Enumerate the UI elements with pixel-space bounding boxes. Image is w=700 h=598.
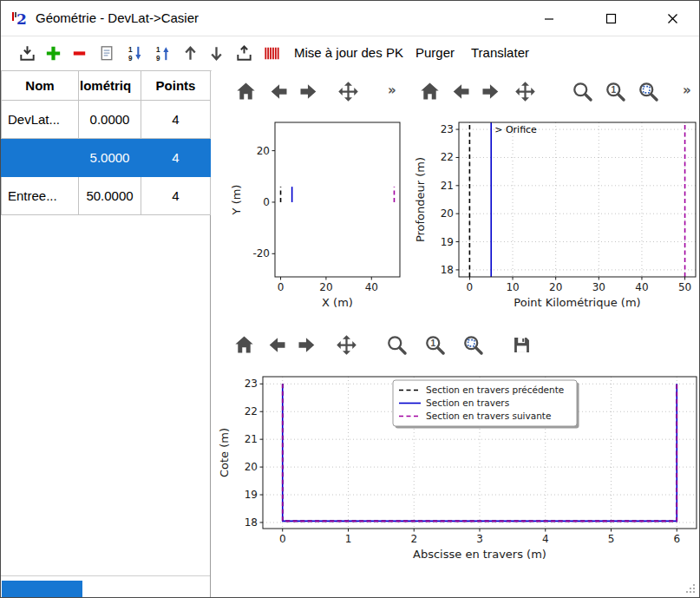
copy-button[interactable]	[95, 40, 119, 66]
svg-text:1: 1	[611, 85, 616, 95]
svg-text:9: 9	[155, 54, 160, 62]
profile-toolbar-overflow-button[interactable]: »	[683, 82, 691, 98]
export-button[interactable]	[232, 40, 256, 66]
sort-ascending-icon: 1 9	[153, 43, 173, 63]
arrow-down-icon	[206, 43, 226, 63]
svg-text:40: 40	[635, 281, 648, 293]
plan-view-plot[interactable]: 02040-20020X (m)Y (m)	[218, 112, 404, 320]
sort-ascending-button[interactable]: 1 9	[150, 40, 174, 66]
column-header-kilometrique[interactable]: lométriq	[79, 71, 141, 101]
magnifier-icon	[571, 80, 594, 103]
table-bottom-separator	[1, 575, 210, 576]
back-arrow-icon	[267, 80, 291, 103]
svg-text:2: 2	[16, 10, 27, 28]
column-header-nom[interactable]: Nom	[2, 71, 79, 101]
maximize-icon	[605, 13, 617, 24]
geometry-list-panel: Nom lométriq Points DevLat... 0.0000 4 5…	[1, 70, 211, 598]
section-back-button[interactable]	[261, 329, 292, 360]
cell-nom[interactable]: Entree...	[2, 177, 79, 215]
minimize-button[interactable]	[529, 1, 569, 36]
close-button[interactable]	[652, 1, 692, 36]
profile-zoom-button[interactable]	[566, 76, 598, 107]
delete-button[interactable]	[67, 40, 91, 66]
back-arrow-icon	[265, 333, 289, 357]
cell-pk[interactable]: 5.0000	[79, 139, 141, 177]
cell-points[interactable]: 4	[141, 139, 211, 177]
document-icon	[97, 43, 117, 63]
profile-zoom-region-button[interactable]	[632, 76, 664, 107]
move-up-button[interactable]	[178, 40, 202, 66]
svg-text:> Orifice: > Orifice	[494, 124, 537, 135]
svg-text:0: 0	[278, 281, 285, 293]
section-zoom-region-button[interactable]	[457, 329, 488, 360]
cell-pk[interactable]: 0.0000	[79, 101, 141, 139]
forward-arrow-icon	[479, 80, 502, 103]
magnifier-one-icon: 1	[604, 80, 627, 103]
cell-points[interactable]: 4	[141, 177, 211, 215]
plus-icon	[43, 43, 63, 63]
section-home-button[interactable]	[228, 329, 259, 360]
svg-text:1: 1	[128, 45, 132, 53]
update-pk-button[interactable]: Mise à jour des PK	[287, 36, 410, 69]
section-zoom-one-button[interactable]: 1	[419, 329, 450, 360]
back-arrow-icon	[449, 80, 473, 103]
svg-text:4: 4	[542, 533, 549, 545]
add-button[interactable]	[41, 40, 65, 66]
plan-home-button[interactable]	[230, 76, 261, 107]
table-row[interactable]: DevLat... 0.0000 4	[2, 101, 211, 139]
profile-back-button[interactable]	[445, 76, 476, 107]
profile-view-plot[interactable]: 01020304050181920212223Point Kilométriqu…	[409, 112, 700, 320]
translate-button[interactable]: Translater	[464, 36, 536, 69]
svg-text:22: 22	[441, 151, 454, 163]
minus-icon	[69, 43, 89, 63]
svg-text:18: 18	[441, 264, 454, 276]
svg-text:Abscisse en travers (m): Abscisse en travers (m)	[413, 548, 546, 561]
minimize-icon	[544, 13, 554, 23]
profile-zoom-one-button[interactable]: 1	[599, 76, 631, 107]
table-row[interactable]: Entree... 50.0000 4	[2, 177, 211, 215]
svg-text:Section en travers suivante: Section en travers suivante	[426, 411, 551, 421]
import-button[interactable]	[15, 40, 39, 66]
pk-marks-button[interactable]	[259, 40, 284, 66]
app-logo-icon: 2	[10, 9, 29, 28]
cell-pk[interactable]: 50.0000	[79, 177, 141, 215]
svg-text:-20: -20	[252, 247, 270, 260]
plan-back-button[interactable]	[263, 76, 294, 107]
svg-text:Profondeur (m): Profondeur (m)	[414, 157, 427, 242]
cross-section-plot[interactable]: 0123456181920212223Abscisse en travers (…	[214, 370, 700, 576]
svg-text:3: 3	[476, 533, 483, 545]
svg-text:10: 10	[506, 281, 519, 293]
sort-descending-button[interactable]: 1 9	[122, 40, 147, 66]
profile-pan-button[interactable]	[509, 76, 540, 107]
svg-text:23: 23	[441, 123, 454, 135]
main-toolbar: 1 9 1 9	[1, 36, 699, 71]
section-pan-button[interactable]	[330, 329, 362, 360]
svg-text:Point Kilométrique (m): Point Kilométrique (m)	[514, 296, 640, 309]
section-zoom-button[interactable]	[381, 329, 412, 360]
svg-text:1: 1	[345, 533, 352, 545]
purge-button[interactable]: Purger	[409, 36, 461, 69]
close-icon	[667, 13, 678, 24]
cell-points[interactable]: 4	[141, 101, 211, 139]
svg-text:9: 9	[128, 54, 132, 62]
cell-nom[interactable]: DevLat...	[2, 101, 79, 139]
section-save-button[interactable]	[506, 329, 537, 360]
plan-pan-button[interactable]	[332, 76, 363, 107]
profile-forward-button[interactable]	[474, 76, 506, 107]
plan-toolbar-overflow-button[interactable]: »	[388, 82, 396, 98]
magnifier-one-icon: 1	[423, 333, 447, 357]
cell-nom[interactable]	[2, 139, 79, 177]
profile-home-button[interactable]	[414, 76, 445, 107]
column-header-points[interactable]: Points	[141, 71, 211, 101]
svg-text:19: 19	[441, 236, 454, 248]
move-down-button[interactable]	[204, 40, 228, 66]
red-stripes-icon	[262, 43, 282, 63]
svg-text:1: 1	[155, 45, 160, 53]
plan-forward-button[interactable]	[292, 76, 324, 107]
svg-text:19: 19	[245, 489, 258, 501]
svg-text:23: 23	[245, 378, 258, 390]
table-row-selected[interactable]: 5.0000 4	[2, 139, 211, 177]
section-forward-button[interactable]	[291, 329, 322, 360]
resize-grip[interactable]	[684, 582, 696, 594]
maximize-button[interactable]	[591, 1, 631, 36]
